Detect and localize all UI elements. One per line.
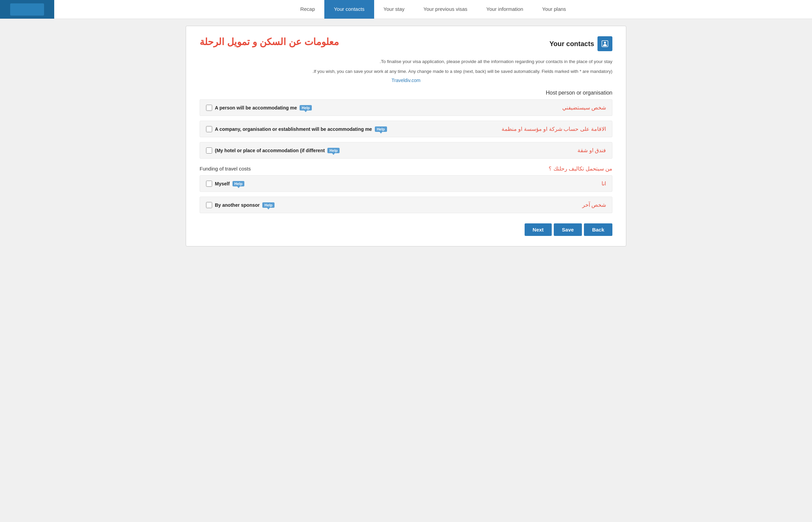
info-text: To finalise your visa application, pleas…: [200, 58, 612, 65]
host-option-person-accommodating: A person will be accommodating me Help ش…: [200, 99, 612, 116]
nav-tab-your-stay[interactable]: Your stay: [374, 0, 414, 19]
nav-tab-recap[interactable]: Recap: [291, 0, 324, 19]
main-card: معلومات عن السكن و تمويل الرحلة Your con…: [186, 26, 626, 246]
label-ar-another-sponsor: شخص آخر: [582, 202, 606, 208]
label-en-company-accommodating: A company, organisation or establishment…: [215, 126, 372, 132]
next-button[interactable]: Next: [525, 223, 552, 236]
help-hotel-accommodation[interactable]: Help: [327, 148, 340, 153]
option-left-company-accommodating: A company, organisation or establishment…: [206, 126, 387, 132]
label-ar-myself: انا: [602, 180, 606, 187]
bottom-actions: Next Save Back: [200, 223, 612, 236]
host-section-heading: Host person or organisation: [200, 90, 612, 96]
nav-logo: [0, 0, 54, 19]
card-section-label: Your contacts: [549, 36, 612, 51]
nav-tab-your-information[interactable]: Your information: [477, 0, 533, 19]
label-en-myself: Myself: [215, 181, 230, 186]
funding-option-left-another-sponsor: By another sponsor Help: [206, 202, 275, 208]
logo-image: [10, 3, 44, 16]
host-option-hotel-accommodation: (My hotel or place of accommodation (if …: [200, 142, 612, 159]
label-ar-company-accommodating: الاقامة على حساب شركة او مؤسسة او منظمة: [502, 126, 606, 132]
checkbox-company-accommodating[interactable]: [206, 126, 212, 132]
funding-option-another-sponsor: By another sponsor Help شخص آخر: [200, 197, 612, 213]
checkbox-hotel-accommodation[interactable]: [206, 147, 212, 154]
help-company-accommodating[interactable]: Help: [375, 126, 387, 132]
option-right-hotel-accommodation: فندق او شقة: [577, 147, 606, 154]
option-right-person-accommodating: شخص سيستضيفني: [562, 104, 606, 111]
help-person-accommodating[interactable]: Help: [300, 105, 312, 111]
label-en-another-sponsor: By another sponsor: [215, 202, 260, 208]
funding-option-myself: Myself Help انا: [200, 175, 612, 192]
nav-bar: RecapYour contactsYour stayYour previous…: [0, 0, 812, 19]
section-label-text: Your contacts: [549, 40, 594, 48]
funding-option-right-myself: انا: [602, 180, 606, 187]
label-ar-person-accommodating: شخص سيستضيفني: [562, 104, 606, 111]
option-left-hotel-accommodation: (My hotel or place of accommodation (if …: [206, 147, 340, 154]
host-options-container: A person will be accommodating me Help ش…: [200, 99, 612, 159]
save-note: (If you wish, you can save your work at …: [200, 68, 612, 75]
card-header: معلومات عن السكن و تمويل الرحلة Your con…: [200, 36, 612, 51]
nav-tabs: RecapYour contactsYour stayYour previous…: [54, 0, 812, 19]
nav-tab-your-plans[interactable]: Your plans: [533, 0, 575, 19]
funding-label-en: Funding of travel costs: [200, 166, 251, 172]
contacts-icon: [597, 36, 612, 51]
label-ar-hotel-accommodation: فندق او شقة: [577, 147, 606, 154]
brand-link: Traveldiv.com: [200, 78, 612, 83]
page-wrapper: معلومات عن السكن و تمويل الرحلة Your con…: [176, 19, 636, 253]
nav-tab-your-contacts[interactable]: Your contacts: [324, 0, 374, 19]
nav-tab-your-previous-visas[interactable]: Your previous visas: [414, 0, 477, 19]
funding-option-left-myself: Myself Help: [206, 181, 244, 187]
checkbox-person-accommodating[interactable]: [206, 105, 212, 111]
checkbox-another-sponsor[interactable]: [206, 202, 212, 208]
svg-point-1: [604, 42, 606, 44]
card-title-arabic: معلومات عن السكن و تمويل الرحلة: [200, 36, 339, 47]
label-en-hotel-accommodation: (My hotel or place of accommodation (if …: [215, 148, 325, 153]
label-en-person-accommodating: A person will be accommodating me: [215, 105, 297, 111]
funding-section-heading: Funding of travel costs من سيتحمل تكاليف…: [200, 165, 612, 172]
option-right-company-accommodating: الاقامة على حساب شركة او مؤسسة او منظمة: [502, 126, 606, 132]
help-another-sponsor[interactable]: Help: [262, 202, 275, 208]
funding-option-right-another-sponsor: شخص آخر: [582, 202, 606, 208]
option-left-person-accommodating: A person will be accommodating me Help: [206, 105, 312, 111]
funding-label-ar: من سيتحمل تكاليف رحلتك ؟: [549, 165, 612, 172]
host-option-company-accommodating: A company, organisation or establishment…: [200, 121, 612, 137]
checkbox-myself[interactable]: [206, 181, 212, 187]
back-button[interactable]: Back: [584, 223, 612, 236]
funding-options-container: Myself Help انا By another sponsor Help …: [200, 175, 612, 213]
save-button[interactable]: Save: [554, 223, 582, 236]
help-myself[interactable]: Help: [232, 181, 245, 186]
